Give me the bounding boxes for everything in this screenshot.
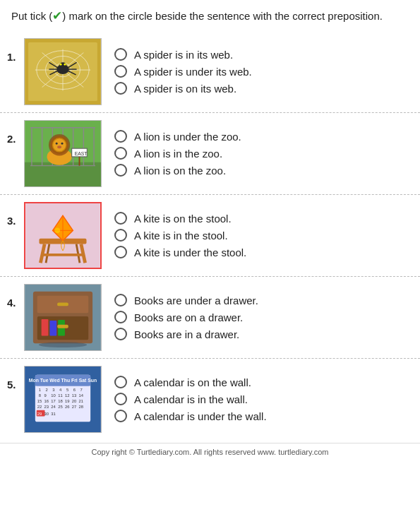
q4-options: Books are under a drawer. Books are on a… (114, 294, 258, 340)
svg-rect-56 (42, 318, 49, 335)
q5-radio-2[interactable] (114, 393, 127, 405)
q4-option-1[interactable]: Books are under a drawer. (114, 294, 258, 306)
q2-radio-2[interactable] (114, 147, 127, 160)
q1-option-1-text: A spider is in its web. (134, 49, 233, 61)
q5-option-2[interactable]: A calendar is in the wall. (114, 393, 267, 405)
q4-radio-2[interactable] (114, 311, 127, 323)
q3-option-3[interactable]: A kite is under the stool. (114, 246, 246, 258)
q5-option-3[interactable]: A calendar is under the wall. (114, 410, 267, 422)
svg-text:15: 15 (37, 398, 42, 403)
svg-text:26: 26 (65, 404, 70, 408)
svg-text:1: 1 (39, 388, 41, 392)
question-row-3: 3. A kite is on the stool. (0, 195, 420, 277)
svg-text:Mon Tue Wed Thu Fri Sat Sun: Mon Tue Wed Thu Fri Sat Sun (29, 377, 97, 382)
q2-radio-1[interactable] (114, 130, 127, 143)
svg-text:14: 14 (79, 393, 84, 398)
q2-option-3-text: A lion is on the zoo. (134, 165, 226, 177)
svg-point-17 (60, 63, 62, 65)
svg-text:7: 7 (80, 388, 82, 392)
q4-radio-1[interactable] (114, 294, 127, 306)
svg-point-34 (56, 142, 58, 144)
svg-point-32 (53, 138, 66, 151)
svg-text:9: 9 (44, 393, 47, 398)
svg-rect-54 (57, 302, 68, 306)
q3-option-1[interactable]: A kite is on the stool. (114, 212, 246, 225)
q1-option-3[interactable]: A spider is on its web. (114, 82, 252, 95)
instruction-text: Put tick (✔) mark on the circle beside t… (11, 10, 383, 22)
svg-text:24: 24 (51, 404, 56, 408)
q1-options: A spider is in its web. A spider is unde… (114, 48, 252, 95)
svg-text:31: 31 (51, 411, 56, 415)
svg-point-18 (64, 63, 66, 65)
svg-text:8: 8 (39, 393, 41, 398)
svg-text:30: 30 (44, 411, 49, 415)
svg-text:23: 23 (44, 404, 49, 408)
svg-text:25: 25 (58, 404, 63, 408)
q2-number: 2. (7, 120, 24, 145)
svg-text:21: 21 (79, 398, 84, 403)
q1-option-2[interactable]: A spider is under its web. (114, 65, 252, 78)
question-row-2: 2. (0, 113, 420, 195)
q5-option-2-text: A calendar is in the wall. (134, 393, 248, 405)
q1-radio-2[interactable] (114, 65, 127, 78)
svg-point-60 (39, 342, 88, 347)
q2-option-3[interactable]: A lion is on the zoo. (114, 164, 241, 177)
svg-text:10: 10 (51, 393, 56, 398)
svg-text:11: 11 (58, 393, 63, 398)
tick-icon: ✔ (52, 7, 62, 25)
q2-option-1-text: A lion is under the zoo. (134, 131, 241, 143)
svg-text:29: 29 (37, 411, 42, 415)
instruction-header: Put tick (✔) mark on the circle beside t… (0, 0, 420, 31)
q2-radio-3[interactable] (114, 164, 127, 177)
q3-option-3-text: A kite is under the stool. (134, 246, 246, 258)
svg-rect-64 (35, 383, 90, 386)
q4-option-1-text: Books are under a drawer. (134, 294, 258, 306)
svg-text:20: 20 (72, 398, 77, 403)
question-row-1: 1. (0, 31, 420, 113)
q2-options: A lion is under the zoo. A lion is in th… (114, 130, 241, 177)
q3-image (24, 202, 102, 269)
q2-option-2[interactable]: A lion is in the zoo. (114, 147, 241, 160)
q5-option-1-text: A calendar is on the wall. (134, 376, 251, 388)
svg-text:27: 27 (72, 404, 77, 408)
q3-option-1-text: A kite is on the stool. (134, 213, 232, 225)
q3-radio-3[interactable] (114, 246, 127, 258)
q5-image: Mon Tue Wed Thu Fri Sat Sun 1234567 8910… (24, 366, 102, 433)
svg-text:EAST: EAST (75, 150, 88, 155)
svg-text:6: 6 (73, 388, 76, 392)
q4-option-2[interactable]: Books are on a drawer. (114, 311, 258, 323)
q3-options: A kite is on the stool. A kite is in the… (114, 212, 246, 258)
q4-image (24, 284, 102, 351)
q3-option-2[interactable]: A kite is in the stool. (114, 229, 246, 242)
q4-number: 4. (7, 284, 24, 309)
q5-number: 5. (7, 366, 24, 391)
svg-point-50 (55, 227, 61, 233)
q1-number: 1. (7, 38, 24, 63)
q3-radio-1[interactable] (114, 212, 127, 225)
q2-option-1[interactable]: A lion is under the zoo. (114, 130, 241, 143)
q3-radio-2[interactable] (114, 229, 127, 242)
q5-option-1[interactable]: A calendar is on the wall. (114, 376, 267, 388)
q4-option-2-text: Books are on a drawer. (134, 311, 243, 323)
q1-image (24, 38, 102, 105)
question-row-4: 4. Books are under a drawer. (0, 277, 420, 359)
q3-number: 3. (7, 202, 24, 227)
q1-option-3-text: A spider is on its web. (134, 83, 236, 95)
q5-option-3-text: A calendar is under the wall. (134, 410, 267, 422)
q1-option-1[interactable]: A spider is in its web. (114, 48, 252, 61)
q1-radio-1[interactable] (114, 48, 127, 61)
svg-text:19: 19 (65, 398, 70, 403)
q5-radio-3[interactable] (114, 410, 127, 422)
footer-text: Copy right © Turtlediary.com. All rights… (0, 443, 420, 459)
svg-text:16: 16 (44, 398, 49, 403)
svg-text:12: 12 (65, 393, 70, 398)
q4-radio-3[interactable] (114, 328, 127, 340)
svg-rect-57 (49, 320, 56, 335)
q2-option-2-text: A lion is in the zoo. (134, 148, 222, 160)
q1-radio-3[interactable] (114, 82, 127, 95)
question-row-5: 5. Mon Tue Wed Thu Fri Sat Sun 1234567 8… (0, 359, 420, 440)
q4-option-3[interactable]: Books are in a drawer. (114, 328, 258, 340)
svg-text:2: 2 (46, 388, 48, 392)
svg-point-36 (57, 145, 61, 148)
q5-radio-1[interactable] (114, 376, 127, 388)
